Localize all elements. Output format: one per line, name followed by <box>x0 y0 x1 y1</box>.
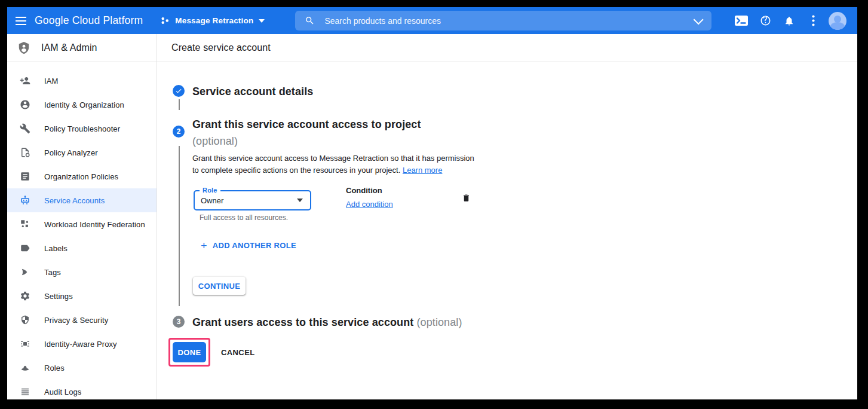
main-panel: Create service account Service account d… <box>157 34 857 399</box>
step-connector-line <box>179 99 180 110</box>
sidebar-item-labels[interactable]: Labels <box>7 236 157 260</box>
trash-icon[interactable] <box>459 191 473 205</box>
plus-icon: + <box>201 242 207 250</box>
sidebar-item-label: Workload Identity Federation <box>44 220 145 229</box>
window-frame: Google Cloud Platform Message Retraction <box>0 0 868 409</box>
sidebar-item-label: Privacy & Security <box>44 316 108 325</box>
hamburger-menu-icon[interactable] <box>7 7 35 34</box>
role-selected-value: Owner <box>201 196 223 205</box>
sidebar-item-service-accounts[interactable]: Service Accounts <box>7 188 157 212</box>
iam-shield-icon <box>17 41 30 55</box>
chevron-down-icon <box>259 19 265 23</box>
sidebar-item-label: IAM <box>44 77 58 86</box>
sidebar-item-organization-policies[interactable]: Organization Policies <box>7 164 157 188</box>
done-button[interactable]: DONE <box>173 342 206 362</box>
identity-person-icon <box>20 99 30 110</box>
service-accounts-icon <box>20 195 30 206</box>
step2-description: Grant this service account access to Mes… <box>192 152 485 176</box>
sidebar-item-label: Roles <box>44 364 65 373</box>
sidebar-item-label: Audit Logs <box>44 387 81 396</box>
sidebar-item-label: Settings <box>44 292 73 301</box>
browser-viewport: Google Cloud Platform Message Retraction <box>7 7 857 399</box>
sidebar-nav: IAM Identity & Organization Policy Troub… <box>7 62 157 399</box>
role-helper-text: Full access to all resources. <box>200 213 288 222</box>
sidebar-item-workload-identity-federation[interactable]: Workload Identity Federation <box>7 212 157 236</box>
step2-optional-label: (optional) <box>192 135 238 147</box>
step2-title: Grant this service account access to pro… <box>192 116 421 149</box>
shield-icon <box>20 315 30 325</box>
sidebar-item-label: Identity-Aware Proxy <box>44 340 117 349</box>
search-icon <box>305 16 315 26</box>
roles-hat-icon <box>20 362 30 373</box>
add-condition-link[interactable]: Add condition <box>346 200 393 209</box>
search-input[interactable] <box>324 16 694 26</box>
condition-label: Condition <box>346 186 382 195</box>
sidebar-item-label: Tags <box>44 268 61 277</box>
sidebar-header: IAM & Admin <box>7 34 157 62</box>
search-bar[interactable] <box>295 11 711 30</box>
tag-icon <box>20 267 30 277</box>
sidebar-item-label: Organization Policies <box>44 172 118 181</box>
step3-title: Grant users access to this service accou… <box>192 314 462 331</box>
cloud-shell-icon[interactable] <box>729 9 753 33</box>
gear-icon <box>20 291 30 301</box>
sidebar-item-label: Service Accounts <box>44 196 105 205</box>
sidebar-item-tags[interactable]: Tags <box>7 260 157 284</box>
workload-identity-icon <box>20 219 30 230</box>
step-connector-line <box>179 146 180 306</box>
audit-logs-icon <box>20 386 30 397</box>
learn-more-link[interactable]: Learn more <box>403 166 442 175</box>
sidebar-item-label: Policy Analyzer <box>44 148 98 157</box>
help-icon[interactable] <box>753 9 777 33</box>
iam-admin-sidebar: IAM & Admin IAM Identity & Organization … <box>7 34 157 399</box>
project-icon <box>161 16 170 25</box>
sidebar-item-label: Identity & Organization <box>44 100 124 109</box>
sidebar-item-identity-organization[interactable]: Identity & Organization <box>7 93 157 117</box>
sidebar-item-policy-analyzer[interactable]: Policy Analyzer <box>7 141 157 164</box>
sidebar-item-settings[interactable]: Settings <box>7 284 157 308</box>
person-add-icon <box>20 75 30 86</box>
more-vert-icon[interactable] <box>801 9 825 33</box>
wizard-content: Service account details 2 Grant this ser… <box>157 62 857 399</box>
page-header: Create service account <box>157 34 857 62</box>
sidebar-item-audit-logs[interactable]: Audit Logs <box>7 380 157 399</box>
sidebar-item-iam[interactable]: IAM <box>7 69 157 93</box>
step3-optional-label: (optional) <box>416 316 462 328</box>
role-field-label: Role <box>200 187 220 194</box>
policy-analyzer-icon <box>20 147 30 158</box>
header-actions <box>729 9 857 33</box>
sidebar-item-privacy-security[interactable]: Privacy & Security <box>7 308 157 332</box>
sidebar-item-label: Labels <box>44 244 68 253</box>
sidebar-item-policy-troubleshooter[interactable]: Policy Troubleshooter <box>7 117 157 141</box>
continue-button[interactable]: CONTINUE <box>193 277 246 295</box>
sidebar-item-identity-aware-proxy[interactable]: Identity-Aware Proxy <box>7 332 157 356</box>
search-options-chevron-icon[interactable] <box>694 14 704 25</box>
notifications-icon[interactable] <box>777 9 801 33</box>
sidebar-title: IAM & Admin <box>41 42 97 53</box>
project-name: Message Retraction <box>175 16 253 25</box>
avatar-person-icon <box>834 16 841 23</box>
role-dropdown[interactable]: Role Owner <box>194 190 311 210</box>
label-icon <box>20 243 30 254</box>
gcp-logo[interactable]: Google Cloud Platform <box>35 14 143 27</box>
proxy-icon <box>20 338 30 349</box>
add-another-role-button[interactable]: + ADD ANOTHER ROLE <box>194 239 303 252</box>
step1-completed-check-icon <box>173 85 185 97</box>
avatar[interactable] <box>829 12 846 30</box>
sidebar-item-roles[interactable]: Roles <box>7 356 157 380</box>
project-selector[interactable]: Message Retraction <box>156 13 269 29</box>
gcp-header-bar: Google Cloud Platform Message Retraction <box>7 7 857 34</box>
wrench-icon <box>20 123 30 134</box>
page-title: Create service account <box>171 42 271 53</box>
step3-number-badge: 3 <box>173 316 185 328</box>
step1-title: Service account details <box>192 83 313 100</box>
done-button-highlight: DONE <box>168 338 210 367</box>
cancel-button[interactable]: CANCEL <box>221 344 255 360</box>
app-body: IAM & Admin IAM Identity & Organization … <box>7 34 857 399</box>
dropdown-caret-icon <box>297 199 303 202</box>
org-policies-icon <box>20 171 30 182</box>
step2-number-badge: 2 <box>173 126 185 138</box>
sidebar-item-label: Policy Troubleshooter <box>44 124 120 133</box>
